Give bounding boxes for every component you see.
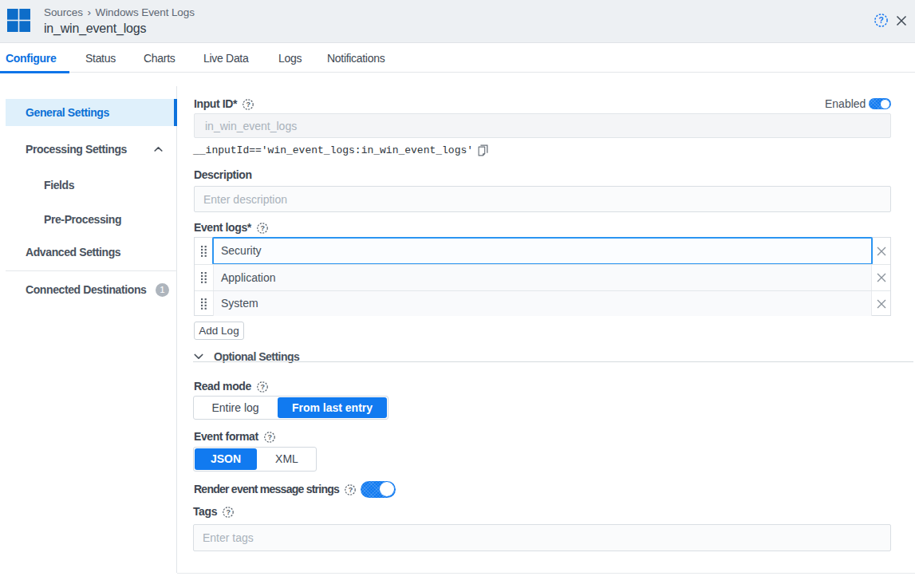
svg-text:?: ? [260,383,264,391]
svg-text:?: ? [349,486,353,494]
svg-text:?: ? [260,224,264,232]
svg-text:?: ? [267,433,271,441]
svg-text:?: ? [878,15,883,25]
svg-text:?: ? [226,508,230,516]
svg-text:?: ? [246,101,250,109]
